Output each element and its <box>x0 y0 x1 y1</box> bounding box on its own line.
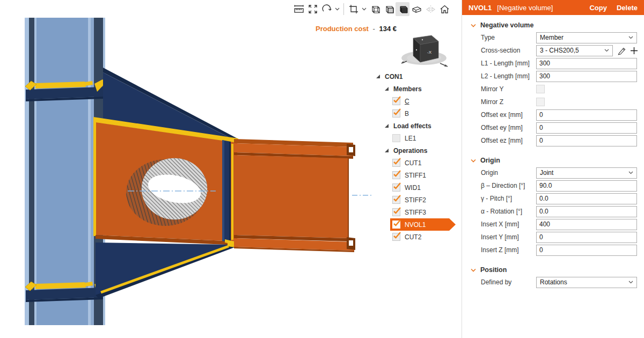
field-label: Insert Y [mm] <box>471 233 536 241</box>
cross-section-select[interactable]: 3 - CHS200,5 <box>536 45 613 56</box>
3d-viewport[interactable]: Production cost - 134 € -X CON1 Members … <box>0 0 462 338</box>
defined-by-select[interactable]: Rotations <box>536 277 637 288</box>
section-negative-volume: Negative volume Type Member Cross-sectio… <box>471 19 637 147</box>
chevron-down-icon <box>471 24 476 27</box>
tree-item-stiff2[interactable]: STIFF2 <box>369 194 460 206</box>
checkbox-checked-icon[interactable] <box>392 208 400 216</box>
insert-z-input[interactable] <box>536 245 637 256</box>
tree-item-wid1[interactable]: WID1 <box>369 181 460 194</box>
measure-icon[interactable] <box>292 2 306 16</box>
plus-icon <box>630 47 638 55</box>
expander-icon[interactable] <box>376 74 380 79</box>
checkbox-checked-icon[interactable] <box>392 171 400 179</box>
mirror-z-checkbox[interactable] <box>536 98 545 106</box>
expander-icon[interactable] <box>384 86 389 91</box>
checkbox-checked-icon[interactable] <box>392 159 400 167</box>
chevron-down-icon <box>628 281 633 284</box>
field-label: Insert X [mm] <box>471 221 536 228</box>
section-position: Position Defined by Rotations <box>471 264 637 289</box>
column-member[interactable] <box>25 18 105 325</box>
view-cube[interactable]: -X <box>399 33 451 68</box>
checkbox-checked-icon[interactable] <box>392 233 400 241</box>
checkbox-checked-icon[interactable] <box>392 97 400 105</box>
section-header[interactable]: Negative volume <box>471 19 637 31</box>
view-toolbar <box>292 2 451 17</box>
tree-item-nvol1-selected[interactable]: NVOL1 <box>390 218 456 231</box>
panel-title: NVOL1 <box>469 4 492 12</box>
origin-select[interactable]: Joint <box>536 167 637 179</box>
gusset-plate-bottom[interactable] <box>96 243 238 298</box>
toolbar-separator <box>343 3 344 15</box>
transparent-cube-icon[interactable] <box>382 2 396 16</box>
l2-length-input[interactable] <box>536 71 637 82</box>
chevron-down-icon[interactable] <box>334 2 341 16</box>
gamma-pitch-input[interactable] <box>536 193 637 204</box>
model-tree: CON1 Members C B Load effects LE1 Operat… <box>369 70 460 243</box>
alpha-rotation-input[interactable] <box>536 206 637 217</box>
beta-direction-input[interactable] <box>536 180 637 192</box>
tree-item-cut1[interactable]: CUT1 <box>369 157 460 169</box>
tree-group-members[interactable]: Members <box>369 83 460 95</box>
properties-panel: NVOL1 [Negative volume] Copy Delete Nega… <box>462 0 644 338</box>
section-header[interactable]: Origin <box>471 155 637 166</box>
tree-item-le1[interactable]: LE1 <box>369 132 460 144</box>
offset-ez-input[interactable] <box>536 135 637 146</box>
field-label: Offset ex [mm] <box>471 111 536 119</box>
checkbox-checked-icon[interactable] <box>392 196 400 204</box>
tree-item-stiff1[interactable]: STIFF1 <box>369 169 460 181</box>
checkbox-unchecked-icon[interactable] <box>392 134 400 142</box>
l1-length-input[interactable] <box>536 58 637 69</box>
add-cross-section-button[interactable] <box>630 47 638 55</box>
tree-item-b[interactable]: B <box>369 107 460 120</box>
expander-icon[interactable] <box>384 123 389 128</box>
checkbox-checked-icon[interactable] <box>392 109 400 117</box>
tree-group-load-effects[interactable]: Load effects <box>369 120 460 132</box>
expander-icon[interactable] <box>384 148 389 153</box>
tree-item-stiff3[interactable]: STIFF3 <box>369 206 460 218</box>
production-cost-separator: - <box>371 25 377 33</box>
offset-ey-input[interactable] <box>536 122 637 134</box>
field-label: Offset ez [mm] <box>471 137 536 144</box>
pencil-icon <box>617 46 626 55</box>
field-label: Offset ey [mm] <box>471 124 536 131</box>
mirror-view-icon[interactable] <box>423 2 437 16</box>
chevron-down-icon <box>471 268 476 272</box>
section-header[interactable]: Position <box>471 264 637 276</box>
beam-member[interactable] <box>234 139 355 252</box>
checkbox-checked-icon[interactable] <box>392 183 400 192</box>
tree-group-operations[interactable]: Operations <box>369 144 460 157</box>
field-label: α - Rotation [°] <box>471 208 536 215</box>
production-cost-value: 134 € <box>379 25 397 33</box>
checkbox-checked-icon[interactable] <box>392 221 400 229</box>
chevron-down-icon <box>628 36 633 39</box>
field-label: Cross-section <box>471 47 536 54</box>
edit-cross-section-button[interactable] <box>617 46 626 55</box>
field-label: β – Direction [°] <box>471 182 536 189</box>
offset-ex-input[interactable] <box>536 109 637 121</box>
view-cube-axis-label: -X <box>427 50 432 55</box>
tree-item-cut2[interactable]: CUT2 <box>369 231 460 243</box>
zoom-extents-icon[interactable] <box>306 2 320 16</box>
chevron-down-icon <box>604 49 609 52</box>
delete-button[interactable]: Delete <box>617 4 638 12</box>
wireframe-cube-icon[interactable] <box>368 2 382 16</box>
field-label: Mirror Y <box>471 85 536 93</box>
insert-y-input[interactable] <box>536 232 637 243</box>
copy-button[interactable]: Copy <box>589 4 607 12</box>
mirror-y-checkbox[interactable] <box>536 85 545 93</box>
solid-section-icon[interactable] <box>409 2 423 16</box>
chevron-down-icon[interactable] <box>361 2 368 16</box>
home-view-icon[interactable] <box>437 2 451 16</box>
type-select[interactable]: Member <box>536 32 637 43</box>
panel-subtitle: [Negative volume] <box>497 4 580 12</box>
field-label: Origin <box>471 169 536 177</box>
insert-x-input[interactable] <box>536 219 637 230</box>
chevron-down-icon <box>628 171 633 174</box>
panel-header: NVOL1 [Negative volume] Copy Delete <box>462 0 644 15</box>
tree-item-con1[interactable]: CON1 <box>369 70 460 83</box>
section-crop-icon[interactable] <box>347 2 361 16</box>
solid-cube-icon[interactable] <box>396 2 409 16</box>
tree-item-c[interactable]: C <box>369 95 460 107</box>
field-label: L2 - Length [mm] <box>471 72 536 80</box>
rotate-view-icon[interactable] <box>320 2 334 16</box>
